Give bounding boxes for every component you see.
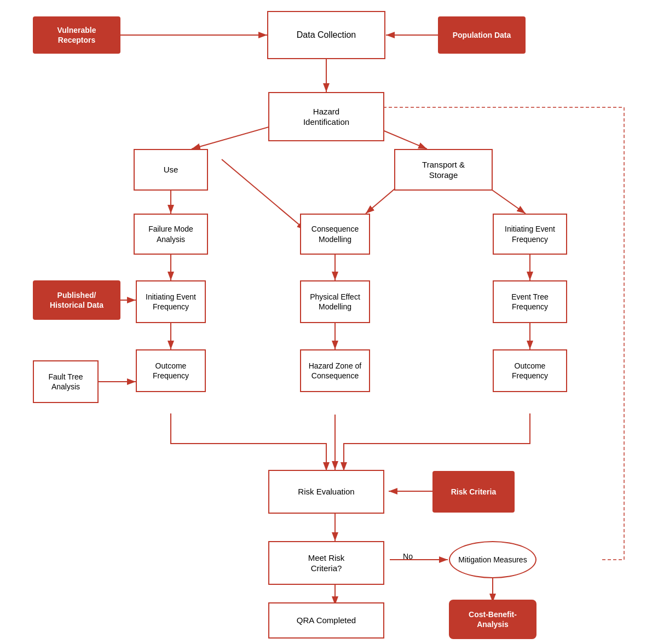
- hazard-zone-consequence-node: Hazard Zone of Consequence: [300, 349, 370, 392]
- published-historical-node: Published/ Historical Data: [33, 280, 120, 320]
- qra-completed-node: QRA Completed: [268, 602, 384, 639]
- data-collection-node: Data Collection: [267, 11, 385, 59]
- meet-risk-criteria-node: Meet Risk Criteria?: [268, 541, 384, 585]
- vulnerable-receptors-node: Vulnerable Receptors: [33, 16, 120, 54]
- physical-effect-modelling-node: Physical Effect Modelling: [300, 280, 370, 323]
- hazard-identification-node: Hazard Identification: [268, 92, 384, 141]
- failure-mode-analysis-node: Failure Mode Analysis: [134, 214, 208, 255]
- flowchart-diagram: Vulnerable Receptors Population Data Dat…: [0, 0, 652, 644]
- consequence-modelling-node: Consequence Modelling: [300, 214, 370, 255]
- initiating-event-freq-right-node: Initiating Event Frequency: [493, 214, 567, 255]
- outcome-freq-left-node: Outcome Frequency: [136, 349, 206, 392]
- outcome-freq-right-node: Outcome Frequency: [493, 349, 567, 392]
- no-label: No: [397, 551, 419, 562]
- population-data-node: Population Data: [438, 16, 526, 54]
- initiating-event-freq-left-node: Initiating Event Frequency: [136, 280, 206, 323]
- risk-criteria-node: Risk Criteria: [432, 471, 515, 513]
- transport-storage-node: Transport & Storage: [394, 149, 493, 191]
- fault-tree-analysis-node: Fault Tree Analysis: [33, 360, 99, 403]
- event-tree-frequency-node: Event Tree Frequency: [493, 280, 567, 323]
- risk-evaluation-node: Risk Evaluation: [268, 470, 384, 514]
- svg-line-8: [222, 159, 305, 230]
- use-node: Use: [134, 149, 208, 191]
- cost-benefit-analysis-node: Cost-Benefit- Analysis: [449, 600, 536, 639]
- mitigation-measures-node: Mitigation Measures: [449, 541, 536, 578]
